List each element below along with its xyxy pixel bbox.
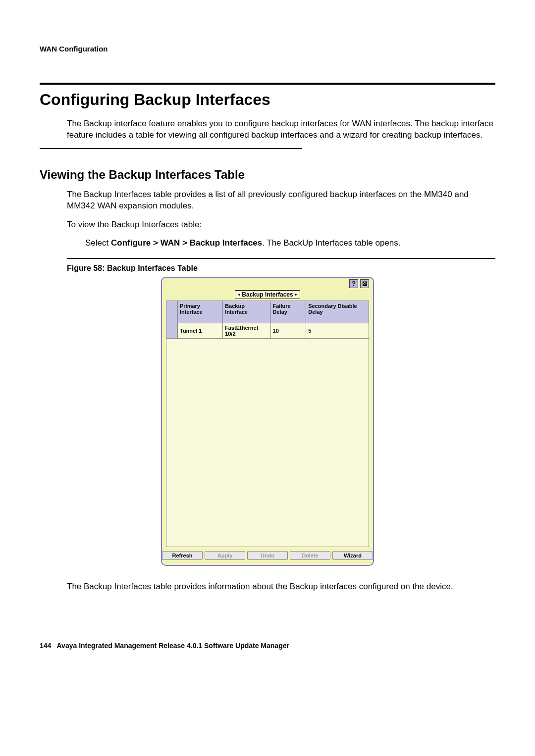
footer-title: Avaya Integrated Management Release 4.0.… xyxy=(57,642,289,650)
closing-paragraph: The Backup Interfaces table provides inf… xyxy=(40,581,495,592)
app-window: ? ⊠ • Backup Interfaces • Primary Interf… xyxy=(161,277,374,566)
col-failure-delay[interactable]: Failure Delay xyxy=(270,301,306,323)
step-line: Select Configure > WAN > Backup Interfac… xyxy=(40,237,495,249)
backup-interfaces-table: Primary Interface Backup Interface Failu… xyxy=(166,301,369,339)
page-header-breadcrumb: WAN Configuration xyxy=(40,45,495,53)
col-primary-interface[interactable]: Primary Interface xyxy=(178,301,223,323)
button-row: Refresh Apply Undo Delete Wizard xyxy=(166,551,369,560)
panel-title-text: • Backup Interfaces • xyxy=(235,290,300,299)
paragraph: To view the Backup Interfaces table: xyxy=(40,219,495,230)
step-pre: Select xyxy=(85,238,111,248)
step-post: . The BackUp Interfaces table opens. xyxy=(262,238,400,248)
cell-backup-interface: FastEthernet 10/2 xyxy=(223,323,270,338)
col-secondary-disable-delay[interactable]: Secondary Disable Delay xyxy=(306,301,369,323)
rule-divider xyxy=(40,83,495,85)
apply-button[interactable]: Apply xyxy=(205,551,245,560)
figure-container: ? ⊠ • Backup Interfaces • Primary Interf… xyxy=(40,277,495,566)
figure-caption: Figure 58: Backup Interfaces Table xyxy=(40,264,495,273)
cell-primary-interface: Tunnel 1 xyxy=(178,323,223,338)
wizard-button[interactable]: Wizard xyxy=(332,551,373,560)
delete-button[interactable]: Delete xyxy=(290,551,330,560)
cell-secondary-disable-delay: 5 xyxy=(306,323,369,338)
cell-failure-delay: 10 xyxy=(270,323,306,338)
table-row[interactable]: Tunnel 1 FastEthernet 10/2 10 5 xyxy=(166,323,369,338)
subsection-rule xyxy=(40,148,302,149)
page-footer: 144 Avaya Integrated Management Release … xyxy=(40,642,495,650)
section-heading: Configuring Backup Interfaces xyxy=(40,91,495,109)
page-number: 144 xyxy=(40,642,51,650)
col-backup-interface[interactable]: Backup Interface xyxy=(223,301,270,323)
help-icon[interactable]: ? xyxy=(349,279,358,288)
refresh-button[interactable]: Refresh xyxy=(162,551,203,560)
row-select-cell[interactable] xyxy=(166,323,178,338)
panel-title: • Backup Interfaces • xyxy=(166,290,369,299)
table-header-row: Primary Interface Backup Interface Failu… xyxy=(166,301,369,323)
figure-top-rule xyxy=(67,258,495,259)
select-all-header[interactable] xyxy=(166,301,178,323)
undo-button[interactable]: Undo xyxy=(247,551,288,560)
paragraph: The Backup Interfaces table provides a l… xyxy=(40,189,495,212)
subsection-heading: Viewing the Backup Interfaces Table xyxy=(40,168,495,182)
table-empty-area xyxy=(166,339,369,547)
menu-path: Configure > WAN > Backup Interfaces xyxy=(111,238,262,248)
close-icon[interactable]: ⊠ xyxy=(360,279,369,288)
intro-paragraph: The Backup interface feature enables you… xyxy=(40,118,495,141)
